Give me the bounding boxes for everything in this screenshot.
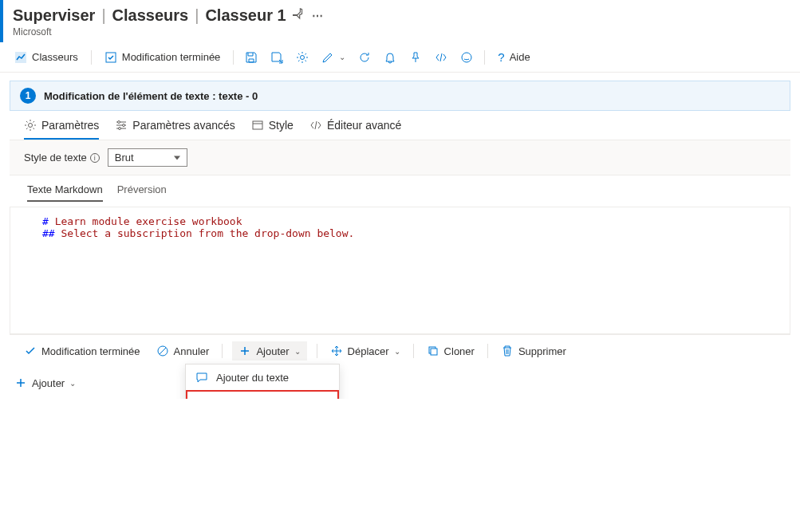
button-label: Annuler (174, 345, 210, 357)
footer-separator (317, 344, 317, 358)
toolbar-label: Aide (510, 51, 530, 63)
more-icon[interactable]: ⋯ (312, 10, 323, 22)
code-icon (309, 119, 322, 132)
breadcrumb-sep: | (101, 6, 105, 25)
toolbar-label: Classeurs (32, 51, 78, 63)
toolbar-label: Modification terminée (122, 51, 221, 63)
tab-parameters[interactable]: Paramètres (24, 119, 99, 140)
edit-button[interactable]: ⌄ (317, 48, 350, 67)
question-icon: ? (498, 50, 504, 64)
chart-icon (14, 51, 27, 64)
svg-point-6 (123, 124, 125, 127)
cancel-icon (156, 345, 169, 357)
bell-icon (384, 51, 396, 64)
button-label: Ajouter (32, 377, 65, 389)
text-style-select[interactable]: Brut (108, 148, 187, 167)
plus-icon (14, 376, 27, 389)
notify-button[interactable] (379, 48, 401, 67)
save-as-button[interactable] (266, 48, 288, 67)
toolbar-separator (484, 50, 485, 65)
save-button[interactable] (240, 48, 262, 67)
clone-button[interactable]: Cloner (424, 343, 478, 359)
pin-icon (409, 51, 422, 64)
breadcrumb-sep: | (195, 6, 199, 25)
chevron-down-icon: ⌄ (339, 53, 345, 61)
markdown-tabs: Texte Markdown Préversion (10, 175, 790, 202)
delete-button[interactable]: Supprimer (498, 343, 569, 359)
refresh-button[interactable] (353, 48, 376, 67)
trash-icon (501, 345, 514, 357)
smile-icon (460, 51, 473, 64)
info-icon[interactable]: i (90, 153, 100, 163)
edit-header-title: Modification de l'élément de texte : tex… (44, 90, 258, 102)
chevron-down-icon: ⌄ (394, 347, 400, 356)
refresh-icon (358, 51, 371, 64)
tab-markdown-text[interactable]: Texte Markdown (27, 183, 103, 202)
footer-separator (222, 344, 223, 358)
pin-icon[interactable] (293, 8, 305, 23)
edit-element-header: 1 Modification de l'élément de texte : t… (10, 81, 790, 111)
tab-advanced-parameters[interactable]: Paramètres avancés (115, 119, 234, 140)
help-button[interactable]: ? Aide (491, 47, 536, 67)
code-icon (195, 396, 208, 399)
done-editing-button[interactable]: Modification terminée (98, 48, 227, 67)
edit-done-icon (104, 51, 117, 64)
pencil-icon (321, 51, 334, 64)
text-style-label: Style de texte i (24, 152, 100, 164)
header-subtitle: Microsoft (13, 26, 790, 37)
page-add-button[interactable]: Ajouter ⌄ (0, 367, 800, 399)
svg-point-4 (29, 124, 33, 128)
done-editing-button[interactable]: Modification terminée (21, 343, 144, 359)
plus-icon (238, 345, 251, 357)
button-label: Supprimer (518, 345, 566, 357)
settings-button[interactable] (291, 48, 313, 67)
breadcrumb-item-1[interactable]: Superviser (13, 6, 95, 25)
svg-point-3 (462, 53, 471, 62)
main-toolbar: Classeurs Modification terminée ⌄ ? Aide (0, 42, 800, 73)
chevron-down-icon: ⌄ (69, 379, 76, 388)
breadcrumb-item-2[interactable]: Classeurs (112, 6, 189, 25)
tab-label: Paramètres avancés (132, 119, 234, 132)
check-icon (24, 345, 37, 357)
cancel-button[interactable]: Annuler (153, 343, 213, 359)
add-dropdown: Ajouter du texte Ajouter des paramètres … (185, 364, 340, 399)
tab-style[interactable]: Style (251, 119, 294, 140)
gear-icon (296, 51, 309, 64)
sliders-icon (115, 119, 128, 132)
pin-button[interactable] (404, 48, 427, 67)
menu-label: Ajouter du texte (216, 372, 289, 384)
button-label: Déplacer (348, 345, 389, 357)
svg-point-7 (119, 128, 121, 130)
tab-preview[interactable]: Préversion (117, 183, 167, 202)
button-label: Ajouter (256, 345, 289, 357)
workbooks-button[interactable]: Classeurs (8, 48, 85, 67)
add-text-item[interactable]: Ajouter du texte (186, 365, 339, 390)
svg-rect-8 (253, 121, 262, 129)
tab-label: Style (269, 119, 294, 132)
footer-separator (413, 344, 414, 358)
feedback-button[interactable] (455, 48, 478, 67)
add-button[interactable]: Ajouter ⌄ (232, 341, 306, 361)
code-button[interactable] (430, 48, 452, 67)
step-badge: 1 (20, 88, 36, 104)
add-parameters-item[interactable]: Ajouter des paramètres (186, 390, 339, 399)
tab-label: Éditeur avancé (327, 119, 401, 132)
breadcrumb-item-3[interactable]: Classeur 1 (205, 6, 286, 25)
svg-rect-11 (431, 349, 437, 355)
toolbar-separator (233, 50, 234, 65)
svg-point-2 (301, 55, 305, 59)
tab-advanced-editor[interactable]: Éditeur avancé (309, 119, 401, 140)
svg-point-5 (118, 121, 120, 124)
menu-label: Ajouter des paramètres (216, 397, 324, 400)
markdown-editor[interactable]: # Learn module exercise workbook ## Sele… (10, 207, 790, 334)
gear-icon (24, 119, 37, 132)
page-header: Superviser | Classeurs | Classeur 1 ⋯ Mi… (0, 0, 800, 42)
tab-label: Paramètres (41, 119, 99, 132)
move-button[interactable]: Déplacer ⌄ (327, 343, 404, 359)
toolbar-separator (91, 50, 92, 65)
style-icon (251, 119, 264, 132)
code-icon (435, 51, 447, 64)
save-as-icon (270, 51, 283, 64)
button-label: Modification terminée (41, 345, 140, 357)
text-style-row: Style de texte i Brut (10, 140, 790, 175)
